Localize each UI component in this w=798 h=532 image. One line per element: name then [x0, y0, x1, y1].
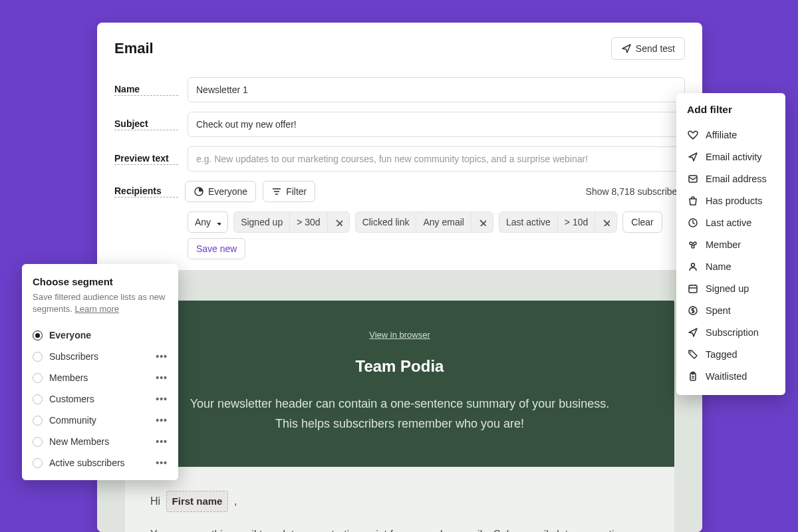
filter-option[interactable]: Tagged [687, 343, 775, 365]
radio-icon [33, 373, 43, 383]
filter-chip-key: Clicked link [356, 212, 416, 232]
calendar-icon [687, 283, 698, 294]
recipients-label: Recipients [114, 186, 178, 198]
filter-option[interactable]: Email address [687, 168, 775, 190]
filter-popover-title: Add filter [687, 104, 775, 116]
filter-chip-signed-up[interactable]: Signed up > 30d [233, 211, 350, 233]
filter-option-label: Subscription [706, 327, 759, 338]
filter-option-label: Tagged [706, 349, 737, 360]
more-options-icon[interactable]: ••• [156, 351, 168, 362]
segment-option-label: Members [49, 372, 149, 383]
filter-chip-clicked-link[interactable]: Clicked link Any email [355, 211, 493, 233]
learn-more-link[interactable]: Learn more [75, 304, 119, 314]
preview-text-label: Preview text [114, 153, 178, 165]
subject-input[interactable] [188, 112, 685, 137]
email-hero: View in browser Team Podia Your newslett… [125, 301, 674, 467]
filter-option[interactable]: Member [687, 233, 775, 255]
segment-option[interactable]: Community••• [33, 410, 168, 431]
subscriber-count-link[interactable]: Show 8,718 subscribers [586, 186, 685, 197]
radio-icon [33, 394, 43, 404]
subject-label: Subject [114, 118, 178, 130]
match-any-dropdown[interactable]: Any [188, 211, 228, 233]
filter-chip-last-active[interactable]: Last active > 10d [499, 211, 617, 233]
radio-icon [33, 458, 43, 468]
save-new-segment-button[interactable]: Save new [188, 238, 245, 259]
segment-option-label: Community [49, 415, 149, 426]
more-options-icon[interactable]: ••• [156, 415, 168, 426]
more-options-icon[interactable]: ••• [156, 372, 168, 383]
greeting-line: Hi First name , [150, 491, 649, 512]
merge-tag-first-name[interactable]: First name [166, 491, 229, 512]
remove-filter-icon[interactable] [471, 212, 493, 232]
segment-popover-title: Choose segment [33, 276, 168, 287]
segment-option[interactable]: Active subscribers••• [33, 452, 168, 473]
group-icon [687, 239, 698, 250]
view-in-browser-link[interactable]: View in browser [369, 330, 430, 340]
radio-icon [33, 437, 43, 447]
remove-filter-icon[interactable] [327, 212, 349, 232]
filter-option[interactable]: Has products [687, 190, 775, 211]
filter-option[interactable]: Waitlisted [687, 365, 775, 387]
pie-chart-icon [194, 186, 204, 197]
filter-option-label: Signed up [706, 283, 749, 294]
dollar-icon [687, 305, 698, 316]
email-editor-card: Email Send test Name Subject Preview tex… [97, 23, 702, 532]
subject-row: Subject [114, 112, 685, 137]
more-options-icon[interactable]: ••• [156, 458, 168, 468]
filters-row: Any Signed up > 30d Clicked link Any ema… [188, 211, 685, 259]
segment-option[interactable]: Subscribers••• [33, 346, 168, 367]
filter-option[interactable]: Signed up [687, 277, 775, 299]
segment-option-label: Everyone [49, 330, 168, 340]
more-options-icon[interactable]: ••• [156, 394, 168, 404]
filter-option-label: Email activity [706, 152, 762, 162]
remove-filter-icon[interactable] [595, 212, 616, 232]
segment-list: EveryoneSubscribers•••Members•••Customer… [33, 325, 168, 473]
filter-option[interactable]: Subscription [687, 321, 775, 343]
segment-option-label: Subscribers [49, 351, 149, 362]
plane-icon [687, 327, 698, 338]
filter-option-label: Email address [706, 174, 767, 184]
radio-icon [33, 331, 43, 340]
filter-button[interactable]: Filter [263, 181, 315, 202]
email-preview-area: View in browser Team Podia Your newslett… [97, 270, 702, 532]
chevron-down-icon [214, 219, 221, 225]
filter-option[interactable]: Email activity [687, 146, 775, 168]
segment-popover-subtext: Save filtered audience lists as new segm… [33, 291, 168, 315]
filter-option-label: Spent [706, 305, 731, 316]
form-area: Name Subject Preview text Recipients Eve… [97, 70, 702, 270]
filter-option-label: Name [706, 261, 732, 272]
segment-option[interactable]: New Members••• [33, 431, 168, 452]
send-test-button[interactable]: Send test [611, 37, 685, 60]
name-label: Name [114, 84, 178, 96]
mail-icon [687, 173, 698, 184]
preview-text-input[interactable] [188, 146, 685, 172]
filter-option-label: Has products [706, 196, 762, 206]
body-paragraph: You can use this email template as a sta… [150, 525, 649, 532]
segment-option[interactable]: Customers••• [33, 388, 168, 410]
everyone-segment-button[interactable]: Everyone [185, 181, 256, 202]
email-body[interactable]: Hi First name , You can use this email t… [125, 467, 674, 532]
bag-icon [687, 195, 698, 206]
clear-filters-button[interactable]: Clear [622, 211, 662, 233]
any-label: Any [195, 217, 211, 227]
name-row: Name [114, 77, 685, 102]
radio-icon [33, 352, 43, 362]
more-options-icon[interactable]: ••• [156, 436, 168, 447]
filter-option[interactable]: Spent [687, 299, 775, 321]
filter-list: AffiliateEmail activityEmail addressHas … [687, 124, 775, 387]
send-icon [687, 151, 698, 162]
filter-option-label: Member [706, 239, 741, 250]
filter-option[interactable]: Last active [687, 211, 775, 233]
filter-option[interactable]: Name [687, 255, 775, 277]
name-input[interactable] [188, 77, 685, 102]
filter-chip-val: > 30d [289, 212, 327, 232]
filter-option-label: Affiliate [706, 130, 737, 140]
tag-icon [687, 348, 698, 360]
clock-icon [687, 217, 698, 228]
segment-option[interactable]: Everyone [33, 325, 168, 346]
user-icon [687, 261, 698, 272]
clipboard-icon [687, 370, 698, 382]
radio-icon [33, 416, 43, 426]
filter-option[interactable]: Affiliate [687, 124, 775, 146]
segment-option[interactable]: Members••• [33, 367, 168, 388]
